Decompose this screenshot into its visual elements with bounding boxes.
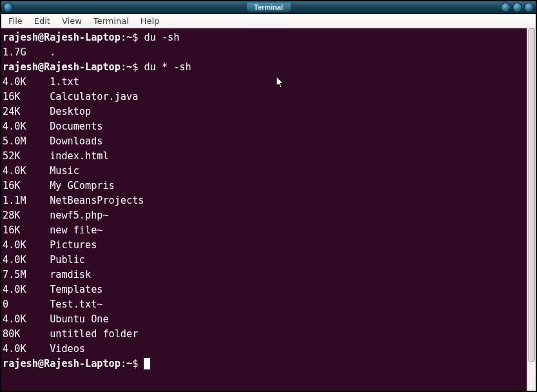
- scrollbar[interactable]: [527, 28, 536, 391]
- terminal-window: Terminal File Edit View Terminal Help ra…: [0, 0, 537, 392]
- scrollbar-thumb[interactable]: [528, 28, 535, 362]
- window-menu-button[interactable]: [3, 3, 13, 12]
- terminal-wrap: rajesh@Rajesh-Laptop:~$ du -sh 1.7G . ra…: [1, 28, 536, 391]
- menu-file[interactable]: File: [3, 15, 28, 27]
- menubar: File Edit View Terminal Help: [1, 14, 536, 28]
- titlebar[interactable]: Terminal: [1, 1, 536, 14]
- maximize-button[interactable]: [513, 3, 522, 12]
- close-button[interactable]: [524, 3, 534, 12]
- window-title: Terminal: [246, 3, 291, 12]
- menu-edit[interactable]: Edit: [28, 15, 56, 27]
- menu-terminal[interactable]: Terminal: [88, 15, 135, 27]
- terminal-body[interactable]: rajesh@Rajesh-Laptop:~$ du -sh 1.7G . ra…: [1, 28, 527, 391]
- minimize-button[interactable]: [501, 3, 511, 12]
- menu-help[interactable]: Help: [135, 15, 166, 27]
- menu-view[interactable]: View: [56, 15, 88, 27]
